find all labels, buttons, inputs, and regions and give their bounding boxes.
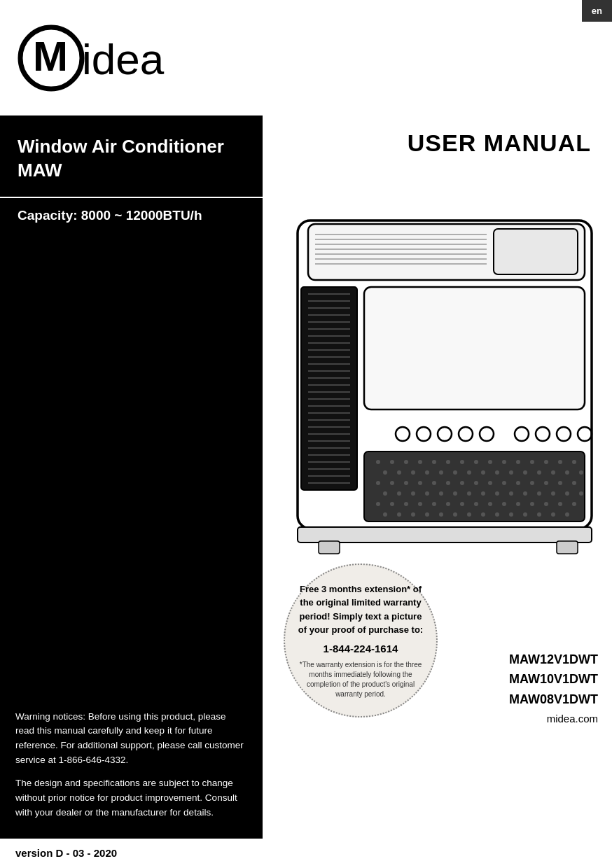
svg-point-115 xyxy=(404,502,408,506)
product-title-area: Window Air Conditioner MAW xyxy=(0,115,263,197)
svg-point-125 xyxy=(544,502,548,506)
midea-logo: M idea xyxy=(18,20,172,97)
svg-text:M: M xyxy=(33,33,68,80)
model-maw10: MAW10V1DWT xyxy=(509,669,598,690)
svg-point-76 xyxy=(495,470,499,475)
svg-point-114 xyxy=(390,502,394,506)
svg-point-85 xyxy=(404,481,408,485)
svg-point-98 xyxy=(383,491,387,496)
svg-point-86 xyxy=(418,481,422,485)
user-manual-heading: USER MANUAL xyxy=(408,130,591,157)
warranty-phone: 1-844-224-1614 xyxy=(324,643,398,654)
warranty-circle: Free 3 months extension* of the original… xyxy=(284,564,438,718)
left-panel: M idea Window Air Conditioner MAW Capaci… xyxy=(0,0,263,868)
warranty-footer-text: *The warranty extension is for the three… xyxy=(295,660,426,699)
svg-point-100 xyxy=(411,491,415,496)
svg-point-111 xyxy=(565,491,569,496)
svg-point-96 xyxy=(558,481,562,485)
capacity-area: Capacity: 8000 ~ 12000BTU/h xyxy=(0,197,263,233)
svg-point-63 xyxy=(516,460,520,464)
svg-point-83 xyxy=(376,481,380,485)
model-maw08: MAW08V1DWT xyxy=(509,690,598,710)
svg-point-70 xyxy=(411,470,415,475)
svg-point-59 xyxy=(460,460,464,464)
svg-point-60 xyxy=(474,460,478,464)
svg-point-72 xyxy=(439,470,443,475)
svg-point-126 xyxy=(558,502,562,506)
svg-point-71 xyxy=(425,470,429,475)
svg-point-110 xyxy=(551,491,555,496)
svg-point-128 xyxy=(383,512,387,517)
svg-point-124 xyxy=(530,502,534,506)
svg-point-121 xyxy=(488,502,492,506)
svg-point-139 xyxy=(537,512,541,517)
website-url: midea.com xyxy=(509,713,598,724)
svg-point-123 xyxy=(516,502,520,506)
svg-point-109 xyxy=(537,491,541,496)
svg-point-106 xyxy=(495,491,499,496)
svg-point-129 xyxy=(397,512,401,517)
svg-point-122 xyxy=(502,502,506,506)
model-numbers: MAW12V1DWT MAW10V1DWT MAW08V1DWT midea.c… xyxy=(509,650,598,724)
svg-point-137 xyxy=(509,512,513,517)
svg-point-61 xyxy=(488,460,492,464)
svg-point-97 xyxy=(572,481,576,485)
svg-point-108 xyxy=(523,491,527,496)
svg-point-58 xyxy=(446,460,450,464)
warning-paragraph1: Warning notices: Before using this produ… xyxy=(15,710,247,769)
svg-point-132 xyxy=(439,512,443,517)
svg-point-138 xyxy=(523,512,527,517)
svg-point-92 xyxy=(502,481,506,485)
svg-point-91 xyxy=(488,481,492,485)
svg-point-95 xyxy=(544,481,548,485)
svg-point-75 xyxy=(481,470,485,475)
svg-point-141 xyxy=(565,512,569,517)
svg-point-57 xyxy=(432,460,436,464)
svg-point-67 xyxy=(572,460,576,464)
svg-rect-13 xyxy=(301,287,357,490)
svg-point-105 xyxy=(481,491,485,496)
version-bar: version D - 03 - 2020 xyxy=(0,839,263,868)
svg-point-87 xyxy=(432,481,436,485)
product-title: Window Air Conditioner MAW xyxy=(18,135,245,183)
warning-paragraph2: The design and specifications are subjec… xyxy=(15,776,247,820)
right-panel: en USER MANUAL xyxy=(263,0,612,868)
svg-point-93 xyxy=(516,481,520,485)
svg-point-140 xyxy=(551,512,555,517)
svg-point-119 xyxy=(460,502,464,506)
svg-point-68 xyxy=(383,470,387,475)
svg-point-89 xyxy=(460,481,464,485)
svg-point-88 xyxy=(446,481,450,485)
model-maw12: MAW12V1DWT xyxy=(509,650,598,670)
ac-unit-illustration xyxy=(256,186,612,620)
svg-point-79 xyxy=(537,470,541,475)
warranty-main-text: Free 3 months extension* of the original… xyxy=(295,582,426,637)
svg-point-81 xyxy=(565,470,569,475)
svg-point-90 xyxy=(474,481,478,485)
svg-rect-5 xyxy=(494,229,578,274)
svg-point-135 xyxy=(481,512,485,517)
svg-point-133 xyxy=(453,512,457,517)
svg-point-134 xyxy=(467,512,471,517)
svg-point-77 xyxy=(509,470,513,475)
svg-rect-143 xyxy=(319,541,340,554)
svg-point-127 xyxy=(572,502,576,506)
svg-point-118 xyxy=(446,502,450,506)
svg-point-103 xyxy=(453,491,457,496)
svg-text:idea: idea xyxy=(82,35,165,83)
svg-point-94 xyxy=(530,481,534,485)
svg-rect-42 xyxy=(364,287,585,410)
svg-point-78 xyxy=(523,470,527,475)
image-space xyxy=(0,233,263,697)
logo-area: M idea xyxy=(0,0,263,115)
svg-point-82 xyxy=(579,470,583,475)
version-text: version D - 03 - 2020 xyxy=(15,847,117,859)
svg-point-66 xyxy=(558,460,562,464)
svg-point-102 xyxy=(439,491,443,496)
svg-point-117 xyxy=(432,502,436,506)
svg-point-84 xyxy=(390,481,394,485)
svg-point-113 xyxy=(376,502,380,506)
svg-point-54 xyxy=(390,460,394,464)
svg-rect-144 xyxy=(557,541,578,554)
lang-badge: en xyxy=(582,0,612,22)
